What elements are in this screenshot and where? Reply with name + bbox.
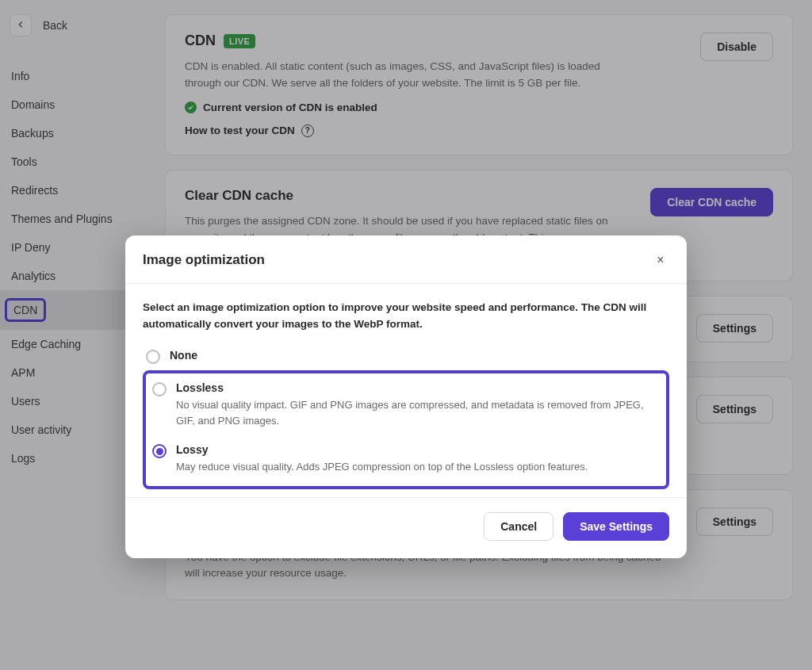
modal-title: Image optimization (143, 252, 265, 268)
radio-label-lossy: Lossy (176, 443, 588, 456)
cancel-button[interactable]: Cancel (484, 512, 553, 541)
highlighted-options: Lossless No visual quality impact. GIF a… (143, 370, 669, 489)
radio-option-lossless[interactable]: Lossless No visual quality impact. GIF a… (149, 377, 658, 434)
radio-desc-lossy: May reduce visual quality. Adds JPEG com… (176, 459, 588, 475)
modal-header: Image optimization × (125, 235, 687, 284)
radio-label-lossless: Lossless (176, 381, 655, 394)
save-settings-button[interactable]: Save Settings (563, 512, 669, 541)
close-icon[interactable]: × (652, 251, 669, 269)
radio-option-none[interactable]: None (143, 344, 669, 369)
modal-desc: Select an image optimization option to i… (143, 300, 669, 333)
radio-label-none: None (170, 349, 197, 362)
radio-desc-lossless: No visual quality impact. GIF and PNG im… (176, 397, 655, 429)
modal-footer: Cancel Save Settings (125, 497, 687, 558)
image-optimization-modal: Image optimization × Select an image opt… (125, 235, 687, 558)
radio-icon[interactable] (152, 444, 167, 458)
radio-icon[interactable] (146, 350, 160, 364)
radio-icon[interactable] (152, 382, 167, 396)
radio-option-lossy[interactable]: Lossy May reduce visual quality. Adds JP… (149, 438, 658, 480)
modal-body: Select an image optimization option to i… (125, 284, 687, 497)
